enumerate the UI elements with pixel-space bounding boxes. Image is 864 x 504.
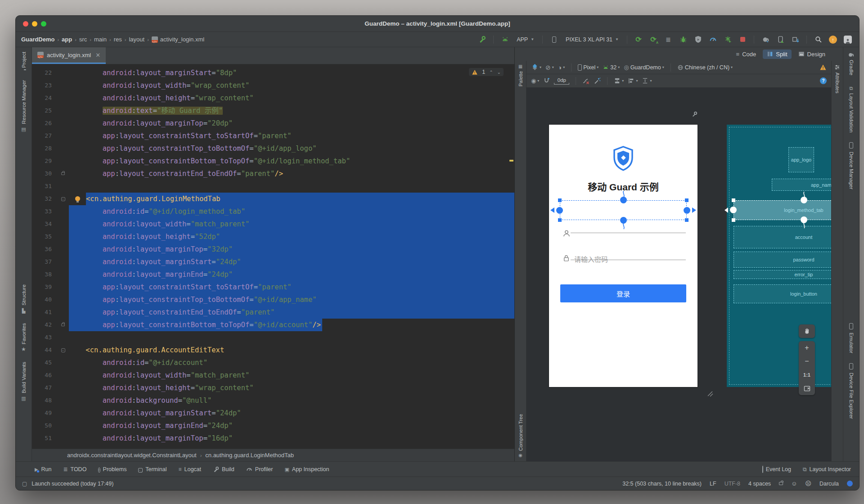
selection-handle[interactable] [685, 198, 688, 202]
notification-dot-icon[interactable] [847, 481, 853, 486]
tool-window-tab-favorites[interactable]: Favorites★ [21, 323, 27, 352]
apply-changes-icon[interactable]: ⟳A [648, 34, 659, 45]
user-avatar-icon[interactable] [842, 34, 854, 45]
selection-handle[interactable] [558, 198, 562, 202]
render-options-wrench-icon[interactable] [691, 111, 698, 117]
editor-tab-activity-login[interactable]: activity_login.xml ✕ [32, 47, 106, 64]
pan-hand-button[interactable] [799, 324, 815, 338]
selection-handle[interactable] [558, 218, 562, 222]
blueprint-selection-handle[interactable] [732, 198, 735, 202]
lock-gutter-icon[interactable] [57, 319, 69, 331]
device-manager-icon[interactable] [774, 34, 786, 45]
code-line[interactable]: 49 android:layout_marginStart="24dp" [32, 407, 514, 419]
code-line[interactable]: 33 android:id="@+id/login_method_tab" [32, 205, 514, 218]
tool-window-button-problems[interactable]: !Problems [98, 466, 126, 472]
tool-window-button-profiler[interactable]: Profiler [246, 466, 273, 472]
caret-position[interactable]: 32:5 (503 chars, 10 line breaks) [622, 481, 702, 487]
code-line[interactable]: 34 android:layout_width="match_parent" [32, 218, 514, 230]
code-line[interactable]: 30 app:layout_constraintEnd_toEndOf="par… [32, 167, 514, 180]
selection-handle[interactable] [685, 218, 688, 222]
mode-tab-design[interactable]: Design [794, 50, 829, 59]
title-bar[interactable]: GuardDemo – activity_login.xml [GuardDem… [16, 16, 859, 32]
tool-window-button-terminal[interactable]: ›_Terminal [138, 466, 166, 472]
tool-window-button-layout-inspector[interactable]: ⧉Layout Inspector [803, 466, 851, 472]
code-line[interactable]: 38 android:layout_marginEnd="24dp" [32, 268, 514, 281]
password-input-underline[interactable] [571, 260, 686, 260]
help-icon[interactable]: ? [820, 77, 827, 84]
distribute-selector[interactable]: ▾ [642, 77, 652, 84]
code-line[interactable]: 23 android:layout_width="wrap_content" [32, 79, 514, 92]
clear-constraints-button[interactable] [582, 77, 590, 85]
apply-code-changes-icon[interactable]: ≣ [662, 34, 674, 45]
readonly-lock-icon[interactable] [779, 482, 783, 485]
blueprint-toggle[interactable]: ⊘▾ [545, 64, 554, 71]
selected-component-overlay[interactable] [560, 200, 687, 220]
prev-problem-icon[interactable]: ⌃ [489, 70, 493, 75]
component-tree-tab[interactable]: Component Tree ◉ [515, 414, 526, 458]
tool-window-button-todo[interactable]: ≣TODO [63, 466, 86, 472]
tool-window-tab-gradle[interactable]: Gradle [848, 52, 855, 76]
tool-window-tab-device-manager[interactable]: Device Manager [849, 142, 854, 189]
lock-gutter-icon[interactable] [57, 167, 69, 180]
breadcrumb-item-src[interactable]: src [79, 36, 87, 43]
night-mode-toggle[interactable]: ◑▾ [558, 64, 565, 71]
zoom-to-fit-button[interactable] [799, 382, 815, 395]
search-everywhere-icon[interactable] [812, 34, 824, 45]
blueprint-box-login-button[interactable]: login_button [734, 284, 831, 303]
breadcrumb-loginmethodtab[interactable]: cn.authing.guard.LoginMethodTab [205, 452, 294, 459]
constraint-anchor-left[interactable] [556, 207, 563, 214]
theme-selector[interactable]: ◎GuardDemo▾ [624, 64, 664, 71]
align-selector[interactable]: ▾ [628, 77, 638, 84]
locale-selector[interactable]: Chinese (zh / CN)▾ [677, 64, 733, 71]
code-line[interactable]: 40 app:layout_constraintTop_toBottomOf="… [32, 293, 514, 306]
tool-window-button-event-log[interactable]: Event Log [762, 466, 791, 472]
pack-selector[interactable]: ▾ [614, 77, 624, 84]
inspection-widget[interactable]: 1 ⌃ ⌄ [469, 68, 504, 76]
blueprint-box-login-method-tab[interactable]: login_method_tab [734, 200, 831, 220]
code-line[interactable]: 39 app:layout_constraintStart_toStartOf=… [32, 281, 514, 293]
zoom-out-button[interactable]: − [799, 355, 815, 368]
file-encoding[interactable]: UTF-8 [724, 481, 740, 487]
tool-window-button-app-inspection[interactable]: ▣App Inspection [284, 466, 329, 472]
code-line[interactable]: 22 android:layout_marginStart="8dp" [32, 67, 514, 79]
next-problem-icon[interactable]: ⌄ [497, 70, 501, 75]
rerun-icon[interactable]: ⟳ [633, 34, 644, 45]
code-line[interactable]: 36 android:layout_marginTop="32dp" [32, 243, 514, 256]
account-input-underline[interactable] [571, 233, 686, 233]
constraint-anchor-right[interactable] [684, 207, 690, 214]
breadcrumb-item-main[interactable]: main [94, 36, 107, 43]
code-line[interactable]: 31 [32, 180, 514, 193]
editor-error-stripe[interactable] [508, 64, 514, 449]
tool-window-tab-device-file-explorer[interactable]: Device File Explorer [849, 363, 854, 419]
code-line[interactable]: 50 android:layout_marginEnd="24dp" [32, 419, 514, 432]
attributes-tab[interactable]: Attributes [832, 64, 843, 93]
blueprint-box-app-logo[interactable]: app_logo [788, 147, 814, 172]
view-options[interactable]: ◉▾ [531, 78, 539, 84]
code-line[interactable]: 43 [32, 331, 514, 344]
constraint-anchor-top[interactable] [620, 197, 627, 203]
code-line[interactable]: 47 android:layout_height="wrap_content" [32, 382, 514, 394]
indent-setting[interactable]: 4 spaces [748, 481, 771, 487]
preview-device-selector[interactable]: Pixel▾ [578, 64, 598, 71]
code-line[interactable]: 44- <cn.authing.guard.AccountEditText [32, 344, 514, 356]
breadcrumb-item-layout[interactable]: layout [129, 36, 144, 43]
tool-window-button-logcat[interactable]: ≡Logcat [178, 466, 201, 472]
blueprint-constraint-anchor-left[interactable] [730, 207, 737, 213]
code-line[interactable]: 28 app:layout_constraintTop_toBottomOf="… [32, 142, 514, 155]
code-line[interactable]: 48 android:background="@null" [32, 394, 514, 407]
breadcrumb-constraintlayout[interactable]: androidx.constraintlayout.widget.Constra… [67, 452, 197, 459]
code-line[interactable]: 46 android:layout_width="match_parent" [32, 369, 514, 382]
tool-window-button-run[interactable]: ▶Run [35, 466, 51, 472]
code-line[interactable]: 26 android:layout_marginTop="20dp" [32, 117, 514, 130]
code-editor[interactable]: 22 android:layout_marginStart="8dp"23 an… [32, 64, 514, 449]
blueprint-box-password[interactable]: password [734, 252, 831, 268]
api-level-selector[interactable]: 32▾ [603, 64, 620, 71]
mode-tab-code[interactable]: ≡Code [732, 50, 760, 59]
run-configuration-selector[interactable]: APP ▼ [514, 36, 537, 43]
tool-window-tab-resource-manager[interactable]: Resource Manager▤ [21, 80, 27, 132]
build-hammer-icon[interactable] [476, 34, 488, 45]
sdk-manager-icon[interactable] [789, 34, 801, 45]
stop-icon[interactable] [737, 34, 748, 45]
code-line[interactable]: 35 android:layout_height="52dp" [32, 230, 514, 243]
upgrade-assistant-icon[interactable]: ↑ [827, 34, 839, 45]
